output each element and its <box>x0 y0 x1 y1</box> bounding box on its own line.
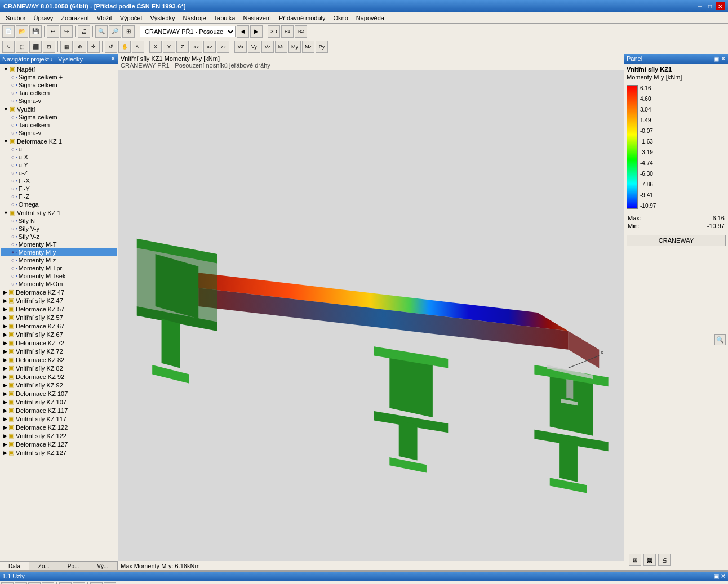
tb2-m6[interactable]: Mz <box>302 41 314 53</box>
tb-save[interactable]: 💾 <box>29 25 42 38</box>
tree-item[interactable]: ○▪Sigma celkem <box>1 113 117 121</box>
tree-item[interactable]: ▶▣Deformace KZ 57 <box>1 305 117 313</box>
tb-3d[interactable]: 3D <box>268 25 280 38</box>
panel-icon-image[interactable]: 🖼 <box>643 554 656 566</box>
menu-nastroje[interactable]: Nástroje <box>180 14 210 22</box>
tree-item[interactable]: ▶▣Vnitřní síly KZ 117 <box>1 414 117 423</box>
tree-item[interactable]: ○▪Sigma celkem - <box>1 81 117 89</box>
tree-item[interactable]: ○▪u <box>1 145 117 153</box>
tree-item[interactable]: ▶▣Deformace KZ 47 <box>1 288 117 296</box>
tree-item[interactable]: ○▪Fi-Z <box>1 193 117 200</box>
tree-item[interactable]: ▶▣Vnitřní síly KZ 107 <box>1 398 117 406</box>
viewport-canvas[interactable]: x <box>118 70 624 561</box>
tree-item[interactable]: ▼▣Využití <box>1 105 117 113</box>
tree-item[interactable]: ○▪Sigma celkem + <box>1 73 117 81</box>
tb-open[interactable]: 📂 <box>16 25 28 38</box>
nav-tab-zo[interactable]: Zo... <box>29 562 59 570</box>
nav-tree[interactable]: ▼▣Napětí○▪Sigma celkem +○▪Sigma celkem -… <box>0 64 118 561</box>
tb2-5[interactable]: ▦ <box>60 41 73 53</box>
tree-item[interactable]: ○▪Sigma-v <box>1 129 117 137</box>
tree-item[interactable]: ○▪Síly V-z <box>1 233 117 240</box>
tb2-xz[interactable]: XZ <box>203 41 216 53</box>
tb2-y[interactable]: Y <box>163 41 175 53</box>
tree-item[interactable]: ▶▣Deformace KZ 67 <box>1 322 117 330</box>
tree-item[interactable]: ▶▣Vnitřní síly KZ 82 <box>1 364 117 372</box>
tree-item[interactable]: ▶▣Vnitřní síly KZ 72 <box>1 347 117 355</box>
tree-item[interactable]: ▶▣Vnitřní síly KZ 47 <box>1 296 117 305</box>
case-dropdown[interactable]: CRANEWAY PŘ1 - Posouze <box>140 26 236 37</box>
tree-item[interactable]: ▼▣Napětí <box>1 65 117 73</box>
tree-item[interactable]: ●▪Momenty M-y <box>1 248 117 256</box>
panel-icon-grid[interactable]: ⊞ <box>629 554 641 566</box>
tree-item[interactable]: ○▪u-Z <box>1 169 117 177</box>
menu-vysledky[interactable]: Výsledky <box>147 14 179 22</box>
tb2-6[interactable]: ⊕ <box>74 41 86 53</box>
tb-print[interactable]: 🖨 <box>78 25 90 38</box>
menu-soubor[interactable]: Soubor <box>2 14 29 22</box>
menu-vlozit[interactable]: Vložit <box>94 14 116 22</box>
tb2-2[interactable]: ⬚ <box>16 41 28 53</box>
restore-button[interactable]: □ <box>705 2 714 10</box>
tb2-rotate[interactable]: ↺ <box>105 41 117 53</box>
tb-zoom-fit[interactable]: ⊞ <box>122 25 135 38</box>
tree-item[interactable]: ▼▣Vnitřní síly KZ 1 <box>1 208 117 217</box>
tree-item[interactable]: ▶▣Vnitřní síly KZ 122 <box>1 431 117 440</box>
tb2-m5[interactable]: My <box>288 41 301 53</box>
close-button[interactable]: ✕ <box>716 2 725 10</box>
menu-upravy[interactable]: Úpravy <box>30 14 56 22</box>
menu-vypocet[interactable]: Výpočet <box>117 14 146 22</box>
nav-tab-vy[interactable]: Vý... <box>88 562 118 570</box>
tree-item[interactable]: ▶▣Vnitřní síly KZ 67 <box>1 330 117 338</box>
tb-redo[interactable]: ↪ <box>60 25 73 38</box>
tb2-4[interactable]: ⊡ <box>43 41 55 53</box>
tree-item[interactable]: ○▪Momenty M-Tsek <box>1 272 117 280</box>
window-controls[interactable]: ─ □ ✕ <box>695 2 725 10</box>
tree-item[interactable]: ▶▣Deformace KZ 117 <box>1 406 117 414</box>
menu-zobrazeni[interactable]: Zobrazení <box>57 14 92 22</box>
tree-item[interactable]: ○▪Síly N <box>1 217 117 225</box>
menu-nastaveni[interactable]: Nastavení <box>239 14 274 22</box>
tree-item[interactable]: ○▪u-X <box>1 153 117 161</box>
nav-tab-data[interactable]: Data <box>0 562 29 570</box>
menu-napoveda[interactable]: Nápověda <box>353 14 388 22</box>
tb-prev[interactable]: ◀ <box>237 25 249 38</box>
tree-item[interactable]: ○▪Fi-Y <box>1 185 117 193</box>
tree-item[interactable]: ○▪Fi-X <box>1 177 117 185</box>
tb2-m4[interactable]: Mr <box>275 41 287 53</box>
panel-icon-print[interactable]: 🖨 <box>658 554 671 566</box>
tree-item[interactable]: ○▪Momenty M-T <box>1 240 117 248</box>
tb-zoom-in[interactable]: 🔍 <box>95 25 108 38</box>
tb2-pan[interactable]: ✋ <box>118 41 131 53</box>
tree-item[interactable]: ▶▣Deformace KZ 92 <box>1 372 117 381</box>
minimize-button[interactable]: ─ <box>695 2 704 10</box>
tb-result2[interactable]: R2 <box>295 25 307 38</box>
tb-undo[interactable]: ↩ <box>47 25 59 38</box>
tb2-x[interactable]: X <box>149 41 162 53</box>
tree-item[interactable]: ▶▣Deformace KZ 127 <box>1 440 117 448</box>
tb2-3[interactable]: ⬛ <box>29 41 42 53</box>
menu-tabulka[interactable]: Tabulka <box>211 14 239 22</box>
tb2-m1[interactable]: Vx <box>234 41 247 53</box>
tree-item[interactable]: ▶▣Vnitřní síly KZ 127 <box>1 448 117 457</box>
menu-okno[interactable]: Okno <box>330 14 352 22</box>
tree-item[interactable]: ○▪Tau celkem <box>1 89 117 97</box>
tree-item[interactable]: ▶▣Vnitřní síly KZ 57 <box>1 313 117 322</box>
tree-item[interactable]: ▶▣Deformace KZ 72 <box>1 338 117 347</box>
tree-item[interactable]: ▶▣Deformace KZ 82 <box>1 355 117 364</box>
tree-item[interactable]: ○▪Momenty M-Om <box>1 280 117 288</box>
tb-result1[interactable]: R1 <box>281 25 294 38</box>
tb2-m7[interactable]: Py <box>316 41 328 53</box>
tb-zoom-out[interactable]: 🔎 <box>109 25 121 38</box>
tree-item[interactable]: ○▪Tau celkem <box>1 121 117 129</box>
tb2-m2[interactable]: Vy <box>248 41 260 53</box>
tb2-m3[interactable]: Vz <box>261 41 274 53</box>
tree-item[interactable]: ▶▣Deformace KZ 107 <box>1 389 117 398</box>
tb2-select[interactable]: ↖ <box>132 41 144 53</box>
tree-item[interactable]: ▶▣Deformace KZ 122 <box>1 423 117 431</box>
tree-item[interactable]: ○▪Momenty M-z <box>1 256 117 264</box>
tree-item[interactable]: ○▪Momenty M-Tpri <box>1 264 117 272</box>
tree-item[interactable]: ▼▣Deformace KZ 1 <box>1 137 117 145</box>
tree-item[interactable]: ○▪u-Y <box>1 161 117 169</box>
nav-close[interactable]: ✕ <box>110 55 116 63</box>
magnify-button[interactable]: 🔍 <box>714 334 726 345</box>
